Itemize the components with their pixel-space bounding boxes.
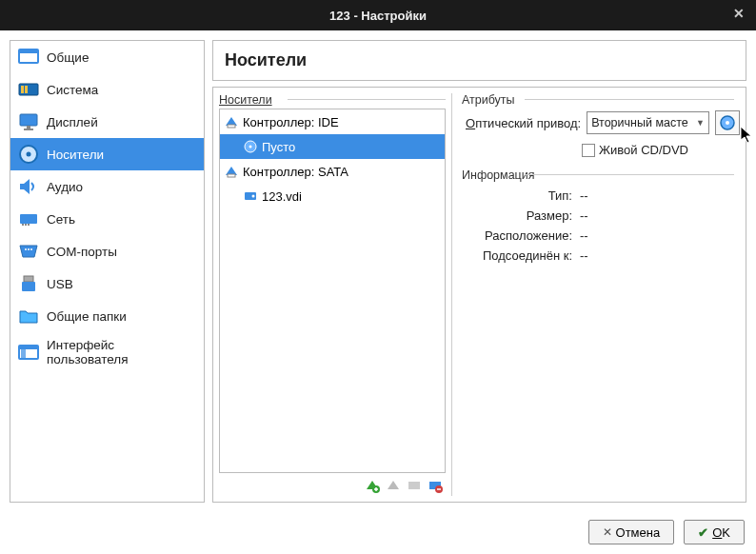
content-area: Общие Система Дисплей Носители <box>0 30 756 512</box>
footer: ✕ Отмена ✔ OK <box>0 512 756 554</box>
svg-rect-29 <box>408 482 420 489</box>
audio-icon <box>18 176 39 197</box>
remove-controller-button[interactable] <box>385 477 402 494</box>
check-icon: ✔ <box>698 525 708 540</box>
sidebar-item-label: Общие <box>47 50 89 65</box>
sidebar-item-label: Носители <box>47 148 104 162</box>
controller-icon <box>224 114 239 129</box>
optical-empty[interactable]: Пусто <box>220 134 445 159</box>
sidebar-item-label: COM-порты <box>47 245 117 259</box>
sidebar-item-network[interactable]: Сеть <box>10 203 204 235</box>
sidebar-item-storage[interactable]: Носители <box>10 138 204 170</box>
sidebar-item-ui[interactable]: Интерфейс пользователя <box>10 332 204 372</box>
remove-attachment-button[interactable] <box>427 477 444 494</box>
ok-label: OK <box>712 525 730 540</box>
close-icon[interactable]: ✕ <box>733 6 745 21</box>
svg-point-15 <box>28 248 30 250</box>
storage-tree[interactable]: Контроллер: IDE Пусто Конт <box>219 109 446 473</box>
svg-rect-4 <box>25 86 28 93</box>
svg-rect-25 <box>228 174 235 177</box>
svg-rect-13 <box>28 224 30 226</box>
window-title: 123 - Настройки <box>329 9 427 23</box>
attributes-group-label: Атрибуты <box>456 91 740 107</box>
controller-sata[interactable]: Контроллер: SATA <box>220 159 445 184</box>
page-body: Носители Контроллер: IDE Пус <box>212 87 746 503</box>
sidebar-item-label: Сеть <box>47 212 75 227</box>
tree-label: 123.vdi <box>262 189 302 204</box>
info-group-label: Информация <box>456 167 740 182</box>
page-title-text: Носители <box>225 50 307 69</box>
svg-rect-5 <box>20 114 37 126</box>
storage-icon <box>18 144 39 165</box>
info-row-location: Расположение:-- <box>466 226 740 246</box>
tree-label: Контроллер: IDE <box>243 115 339 129</box>
live-cd-row[interactable]: Живой CD/DVD <box>582 143 740 157</box>
tree-label: Контроллер: SATA <box>243 165 348 179</box>
live-cd-label: Живой CD/DVD <box>599 143 688 157</box>
controller-icon <box>224 164 239 179</box>
combo-value: Вторичный масте <box>591 116 688 129</box>
sidebar-item-label: Аудио <box>47 180 83 194</box>
disc-icon <box>243 139 258 154</box>
controller-ide[interactable]: Контроллер: IDE <box>220 109 445 134</box>
tree-label: Пусто <box>262 140 295 154</box>
svg-point-9 <box>27 152 31 157</box>
info-table: Тип:-- Размер:-- Расположение:-- Подсоед… <box>466 186 740 266</box>
serial-icon <box>18 241 39 262</box>
sidebar-item-label: Интерфейс пользователя <box>47 338 196 366</box>
sidebar-item-general[interactable]: Общие <box>10 41 204 73</box>
info-row-attached: Подсоединён к:-- <box>466 246 740 266</box>
hdd-icon <box>243 188 258 204</box>
choose-disk-button[interactable] <box>715 110 740 135</box>
svg-rect-7 <box>24 129 33 130</box>
live-cd-checkbox[interactable] <box>582 144 595 157</box>
cancel-label: Отмена <box>616 525 661 540</box>
title-bar: 123 - Настройки ✕ <box>0 0 756 30</box>
system-icon <box>18 79 39 100</box>
optical-drive-row: Оптический привод: Вторичный масте ▼ <box>466 110 740 135</box>
info-row-size: Размер:-- <box>466 206 740 226</box>
svg-rect-11 <box>22 224 24 226</box>
svg-rect-3 <box>21 86 24 93</box>
sidebar-item-label: Дисплей <box>47 115 98 129</box>
sidebar-item-system[interactable]: Система <box>10 73 204 106</box>
storage-tree-pane: Носители Контроллер: IDE Пус <box>213 88 451 502</box>
svg-rect-18 <box>22 282 35 291</box>
usb-icon <box>18 273 39 294</box>
svg-rect-1 <box>19 49 38 53</box>
attributes-pane: Атрибуты Оптический привод: Вторичный ма… <box>452 88 746 502</box>
main-pane: Носители Носители Контроллер: IDE <box>212 40 746 503</box>
sidebar-item-shared[interactable]: Общие папки <box>10 300 204 332</box>
svg-rect-10 <box>20 214 37 224</box>
settings-window: 123 - Настройки ✕ Общие Система Д <box>0 0 756 554</box>
add-attachment-button[interactable] <box>406 477 423 494</box>
svg-point-24 <box>249 146 252 148</box>
chevron-down-icon: ▼ <box>696 118 705 128</box>
sidebar-item-label: USB <box>47 277 73 291</box>
tree-group-label: Носители <box>213 91 451 107</box>
svg-point-16 <box>30 248 32 250</box>
ok-button[interactable]: ✔ OK <box>684 520 745 544</box>
sidebar-item-label: Система <box>47 83 98 97</box>
sidebar: Общие Система Дисплей Носители <box>10 40 205 503</box>
ui-icon <box>18 342 39 363</box>
optical-drive-label: Оптический привод: <box>466 116 581 130</box>
svg-rect-22 <box>228 125 235 128</box>
add-controller-button[interactable] <box>364 477 381 494</box>
optical-drive-combo[interactable]: Вторичный масте ▼ <box>587 111 709 134</box>
sidebar-item-audio[interactable]: Аудио <box>10 170 204 203</box>
svg-point-14 <box>25 248 27 250</box>
sidebar-item-usb[interactable]: USB <box>10 267 204 300</box>
svg-rect-21 <box>21 346 26 359</box>
sidebar-item-serial[interactable]: COM-порты <box>10 235 204 267</box>
folder-icon <box>18 306 39 326</box>
sidebar-item-display[interactable]: Дисплей <box>10 106 204 138</box>
info-row-type: Тип:-- <box>466 186 740 206</box>
tree-toolbar <box>213 475 451 498</box>
general-icon <box>18 47 39 68</box>
cancel-button[interactable]: ✕ Отмена <box>588 520 675 544</box>
display-icon <box>18 111 39 132</box>
svg-rect-12 <box>25 224 27 226</box>
network-icon <box>18 208 39 229</box>
disk-vdi[interactable]: 123.vdi <box>220 184 445 208</box>
